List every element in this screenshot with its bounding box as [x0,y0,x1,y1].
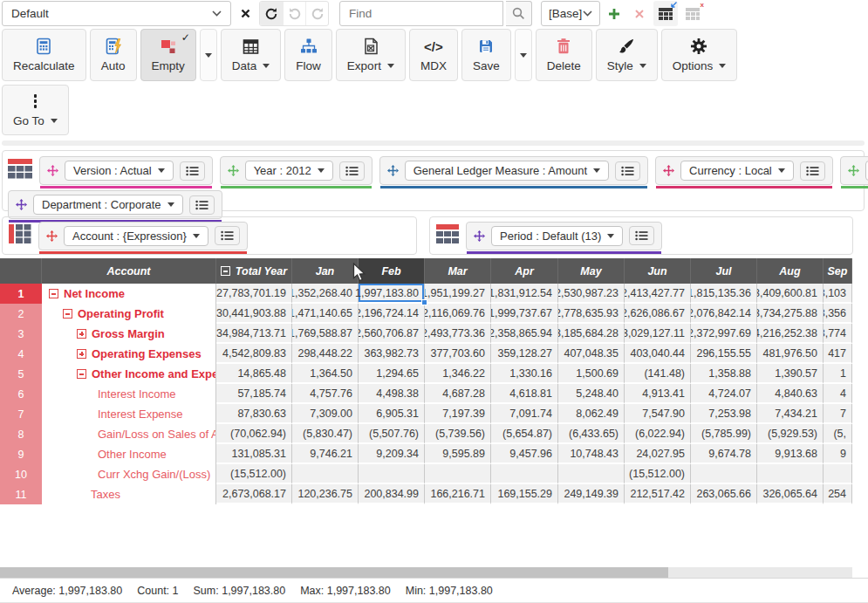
grid-cell[interactable]: 4,498.38 [359,384,425,404]
base-select[interactable]: [Base] [541,1,600,26]
grid-cell[interactable]: 4,840.63 [757,384,824,404]
data-button[interactable]: Data [221,29,282,81]
grid-cell[interactable]: 87,830.63 [216,404,292,424]
account-cell[interactable]: Other Income [42,444,216,464]
grid-cell[interactable]: 249,149.39 [558,484,625,504]
view-select[interactable]: Default [2,1,231,26]
grid-cell[interactable]: 2,372,997.69 [691,324,757,344]
grid-cell[interactable]: 9,209.34 [359,444,425,464]
grid-cell[interactable]: 1,999,737.67 [491,304,558,324]
grid-cell[interactable] [292,464,359,484]
empty-button[interactable]: ✓ Empty [140,29,196,81]
remove-pov-button[interactable] [628,1,651,26]
account-cell[interactable]: Curr Xchg Gain/(Loss) [42,464,216,484]
grid-cell[interactable]: 377,703.60 [425,344,491,364]
grid-cell[interactable]: 8,062.49 [558,404,625,424]
grid-cell[interactable]: 2,413,427.77 [625,284,691,304]
close-grid-button[interactable]: x [680,1,705,26]
goto-button[interactable]: Go To [2,85,69,135]
grid-cell[interactable]: 7,309.00 [292,404,359,424]
grid-cell[interactable] [558,464,625,484]
move-handle-icon[interactable] [47,165,58,176]
account-cell[interactable]: Net Income [42,284,216,304]
row-header[interactable]: 7 [0,404,42,424]
grid-cell[interactable]: (6,022.94) [625,424,691,444]
delete-button[interactable]: Delete [536,29,592,81]
options-button[interactable]: Options [661,29,738,81]
close-view-button[interactable] [234,1,256,26]
grid-cell[interactable]: 296,155.55 [691,344,757,364]
grid-cell[interactable]: 363,982.73 [359,344,425,364]
find-input[interactable] [339,1,503,26]
column-header-feb[interactable]: Feb [359,258,425,284]
grid-cell[interactable]: 6,905.31 [359,404,425,424]
grid-cell[interactable]: (5,785.99) [691,424,757,444]
save-button[interactable]: Save [461,29,511,81]
grid-cell[interactable]: (5,929.53) [757,424,824,444]
grid-cell[interactable]: (141.48) [625,364,691,384]
grid-cell[interactable]: 4,542,809.83 [216,344,292,364]
grid-cell[interactable]: 1,997,183.80 [359,284,425,304]
grid-cell[interactable]: 3,734,275.88 [757,304,824,324]
column-header-may[interactable]: May [558,258,625,284]
grid-cell[interactable]: 2,076,842.14 [691,304,757,324]
grid-cell[interactable]: (70,062.94) [216,424,292,444]
grid-cell[interactable]: (6,433.65) [558,424,625,444]
column-header-sep[interactable]: Sep [824,258,852,284]
grid-cell[interactable]: 2,626,086.67 [625,304,691,324]
grid-cell[interactable]: 326,065.64 [757,484,824,504]
account-cell[interactable]: Gain/Loss on Sales of Asset [42,424,216,444]
row-header[interactable]: 5 [0,364,42,384]
grid-cell[interactable]: 1,951,199.27 [425,284,491,304]
grid-cell[interactable]: 417 [824,344,852,364]
account-cell[interactable]: Gross Margin [42,324,216,344]
grid-cell[interactable]: 1,769,588.87 [292,324,359,344]
grid-cell[interactable]: 10,748.43 [558,444,625,464]
grid-cell[interactable]: 3,185,684.28 [558,324,625,344]
move-handle-icon[interactable] [848,165,859,176]
grid-cell[interactable]: 1,346.22 [425,364,491,384]
move-handle-icon[interactable] [228,165,239,176]
grid-cell[interactable]: 403,040.44 [625,344,691,364]
grid-cell[interactable]: 7 [824,404,852,424]
grid-cell[interactable]: 166,216.71 [425,484,491,504]
dimension-member-select[interactable]: Account : {Expression} [64,226,208,246]
grid-cell[interactable]: (5,830.47) [292,424,359,444]
grid-cell[interactable]: 1,471,140.65 [292,304,359,324]
row-header[interactable]: 11 [0,484,42,504]
row-header[interactable]: 6 [0,384,42,404]
column-header-mar[interactable]: Mar [425,258,491,284]
member-list-button[interactable] [629,226,654,245]
grid-cell[interactable]: 9,674.78 [691,444,757,464]
member-list-button[interactable] [800,161,825,181]
account-column-header[interactable]: Account [42,258,216,284]
flow-button[interactable]: Flow [284,29,332,81]
collapse-icon[interactable] [49,289,58,298]
grid-cell[interactable]: 200,834.99 [359,484,425,504]
grid-cell[interactable]: 481,976.50 [757,344,824,364]
grid-cell[interactable]: 7,434.21 [757,404,824,424]
grid-cell[interactable]: 2,196,724.14 [359,304,425,324]
grid-cell[interactable]: 1,500.69 [558,364,625,384]
expand-icon[interactable] [77,329,86,339]
grid-cell[interactable]: 3,029,127.11 [625,324,691,344]
grid-cell[interactable]: 1,330.16 [491,364,558,384]
grid-cell[interactable]: 212,517.42 [625,484,691,504]
add-pov-button[interactable] [603,1,625,26]
scrollbar-thumb[interactable] [0,567,668,578]
grid-cell[interactable]: (5,739.56) [425,424,491,444]
grid-cell[interactable]: 4 [824,384,852,404]
grid-cell[interactable]: 9 [824,444,852,464]
grid-cell[interactable]: 4,913.41 [625,384,691,404]
redo-button[interactable] [305,2,328,25]
grid-cell[interactable] [425,464,491,484]
row-header[interactable]: 2 [0,304,42,324]
move-handle-icon[interactable] [16,199,27,210]
grid-cell[interactable]: 3,774 [824,324,852,344]
recalculate-button[interactable]: Recalculate [2,29,86,81]
row-header[interactable]: 4 [0,344,42,364]
grid-cell[interactable]: 169,155.29 [491,484,558,504]
row-header[interactable]: 3 [0,324,42,344]
grid-cell[interactable]: 359,128.27 [491,344,558,364]
mdx-button[interactable]: </> MDX [409,29,458,81]
